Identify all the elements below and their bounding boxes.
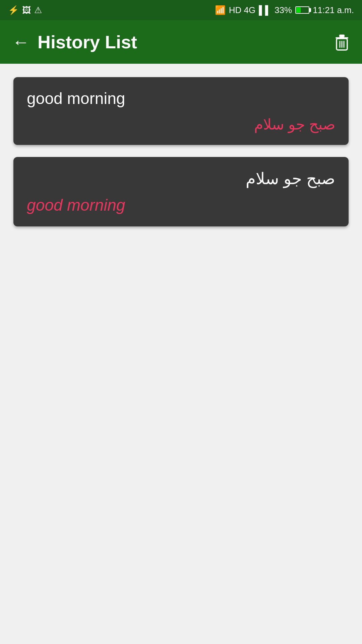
- battery-icon: [295, 6, 309, 14]
- svg-rect-1: [339, 35, 345, 37]
- history-list: good morning صبح جو سلام صبح جو سلام goo…: [0, 64, 362, 644]
- back-arrow-icon: ←: [12, 32, 29, 52]
- translated-text-0: صبح جو سلام: [27, 116, 335, 133]
- status-right-icons: 📶 HD 4G ▌▌ 33% 11:21 a.m.: [215, 5, 354, 15]
- network-label: HD 4G: [229, 5, 255, 15]
- delete-all-button[interactable]: [334, 33, 350, 51]
- status-bar: ⚡ 🖼 ⚠ 📶 HD 4G ▌▌ 33% 11:21 a.m.: [0, 0, 362, 20]
- source-text-1: صبح جو سلام: [27, 169, 335, 188]
- history-item-0[interactable]: good morning صبح جو سلام: [13, 77, 349, 145]
- image-icon: 🖼: [22, 5, 31, 15]
- trash-icon: [334, 33, 350, 51]
- history-item-1[interactable]: صبح جو سلام good morning: [13, 157, 349, 226]
- translated-text-1: good morning: [27, 196, 335, 214]
- usb-icon: ⚡: [8, 5, 19, 15]
- time-display: 11:21 a.m.: [313, 5, 354, 15]
- wifi-icon: 📶: [215, 5, 226, 15]
- signal-bars: ▌▌: [259, 5, 271, 15]
- back-button[interactable]: ←: [12, 32, 29, 52]
- source-text-0: good morning: [27, 89, 335, 108]
- app-bar: ← History List: [0, 20, 362, 64]
- status-left-icons: ⚡ 🖼 ⚠: [8, 5, 42, 15]
- warning-icon: ⚠: [34, 5, 42, 15]
- battery-percent: 33%: [275, 5, 292, 15]
- page-title: History List: [38, 32, 334, 52]
